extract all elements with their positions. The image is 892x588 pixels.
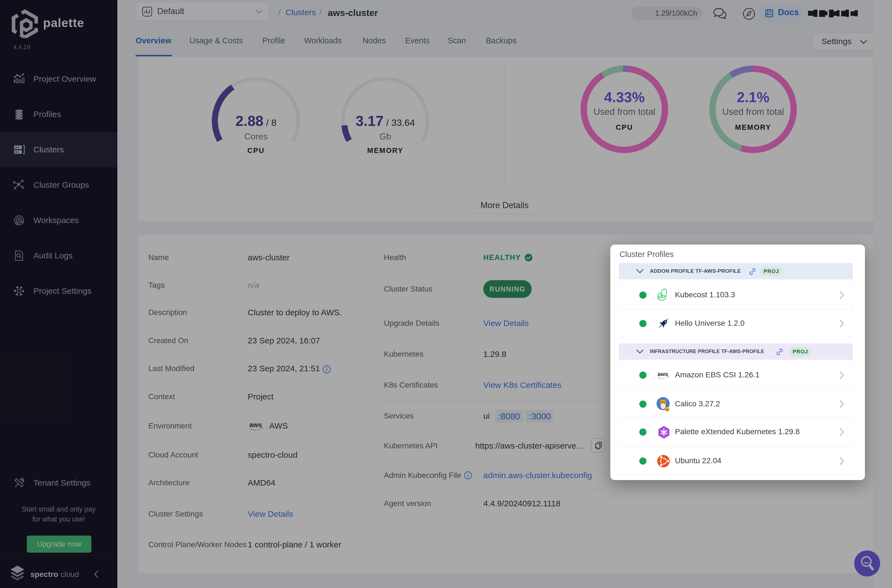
svg-text:aws: aws: [658, 371, 668, 377]
